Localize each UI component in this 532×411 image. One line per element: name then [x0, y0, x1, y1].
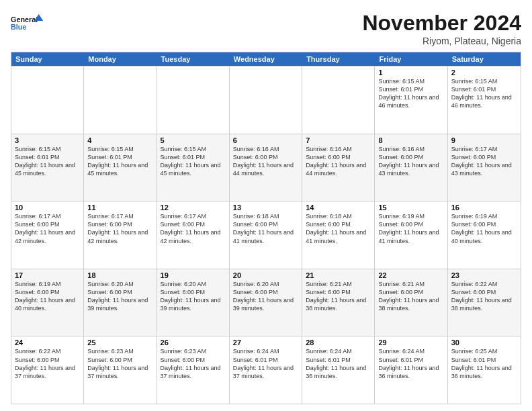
cell-text: Sunrise: 6:15 AM Sunset: 6:01 PM Dayligh…: [451, 77, 517, 110]
day-number: 20: [233, 271, 298, 279]
cell-text: Sunrise: 6:17 AM Sunset: 6:00 PM Dayligh…: [87, 212, 152, 245]
day-number: 11: [87, 203, 152, 212]
cell-text: Sunrise: 6:15 AM Sunset: 6:01 PM Dayligh…: [378, 77, 443, 110]
calendar-cell-r4c6: 30Sunrise: 6:25 AM Sunset: 6:01 PM Dayli…: [448, 336, 521, 404]
calendar-cell-r2c0: 10Sunrise: 6:17 AM Sunset: 6:00 PM Dayli…: [11, 201, 84, 269]
day-number: 4: [87, 136, 152, 144]
location: Riyom, Plateau, Nigeria: [362, 36, 521, 46]
cell-text: Sunrise: 6:17 AM Sunset: 6:00 PM Dayligh…: [161, 212, 226, 245]
calendar-cell-r0c1: [84, 66, 157, 134]
calendar-page: General Blue November 2024 Riyom, Platea…: [0, 0, 532, 411]
day-number: 15: [378, 203, 443, 212]
day-number: 26: [161, 338, 226, 347]
calendar-cell-r3c3: 20Sunrise: 6:20 AM Sunset: 6:00 PM Dayli…: [230, 269, 302, 336]
cell-text: Sunrise: 6:15 AM Sunset: 6:01 PM Dayligh…: [15, 145, 80, 178]
calendar-cell-r3c2: 19Sunrise: 6:20 AM Sunset: 6:00 PM Dayli…: [157, 269, 230, 336]
cell-text: Sunrise: 6:25 AM Sunset: 6:01 PM Dayligh…: [451, 347, 517, 380]
calendar-row-0: 1Sunrise: 6:15 AM Sunset: 6:01 PM Daylig…: [11, 66, 521, 134]
calendar-cell-r0c0: [11, 66, 84, 134]
header-day-saturday: Saturday: [448, 52, 521, 66]
calendar-cell-r0c6: 2Sunrise: 6:15 AM Sunset: 6:01 PM Daylig…: [448, 66, 521, 134]
logo-svg: General Blue: [11, 11, 44, 38]
day-number: 17: [15, 271, 80, 279]
calendar-cell-r2c4: 14Sunrise: 6:18 AM Sunset: 6:00 PM Dayli…: [302, 201, 375, 269]
calendar-cell-r2c3: 13Sunrise: 6:18 AM Sunset: 6:00 PM Dayli…: [230, 201, 302, 269]
calendar-cell-r3c0: 17Sunrise: 6:19 AM Sunset: 6:00 PM Dayli…: [11, 269, 84, 336]
calendar-cell-r3c1: 18Sunrise: 6:20 AM Sunset: 6:00 PM Dayli…: [84, 269, 157, 336]
day-number: 8: [378, 136, 443, 144]
cell-text: Sunrise: 6:23 AM Sunset: 6:00 PM Dayligh…: [161, 347, 226, 380]
cell-text: Sunrise: 6:16 AM Sunset: 6:00 PM Dayligh…: [378, 145, 443, 178]
day-number: 28: [306, 338, 371, 347]
day-number: 23: [451, 271, 517, 279]
calendar-cell-r0c5: 1Sunrise: 6:15 AM Sunset: 6:01 PM Daylig…: [375, 66, 447, 134]
calendar-cell-r1c1: 4Sunrise: 6:15 AM Sunset: 6:01 PM Daylig…: [84, 134, 157, 201]
day-number: 9: [451, 136, 517, 144]
cell-text: Sunrise: 6:24 AM Sunset: 6:01 PM Dayligh…: [233, 347, 298, 380]
day-number: 7: [306, 136, 371, 144]
calendar: SundayMondayTuesdayWednesdayThursdayFrid…: [11, 52, 521, 404]
day-number: 29: [378, 338, 443, 347]
calendar-cell-r0c4: [302, 66, 375, 134]
day-number: 22: [378, 271, 443, 279]
cell-text: Sunrise: 6:16 AM Sunset: 6:00 PM Dayligh…: [306, 145, 371, 178]
cell-text: Sunrise: 6:18 AM Sunset: 6:00 PM Dayligh…: [306, 212, 371, 245]
svg-text:Blue: Blue: [11, 23, 26, 31]
calendar-cell-r1c0: 3Sunrise: 6:15 AM Sunset: 6:01 PM Daylig…: [11, 134, 84, 201]
calendar-cell-r1c6: 9Sunrise: 6:17 AM Sunset: 6:00 PM Daylig…: [448, 134, 521, 201]
cell-text: Sunrise: 6:20 AM Sunset: 6:00 PM Dayligh…: [233, 280, 298, 313]
calendar-row-3: 17Sunrise: 6:19 AM Sunset: 6:00 PM Dayli…: [11, 269, 521, 336]
calendar-cell-r1c4: 7Sunrise: 6:16 AM Sunset: 6:00 PM Daylig…: [302, 134, 375, 201]
day-number: 16: [451, 203, 517, 212]
day-number: 30: [451, 338, 517, 347]
calendar-cell-r4c2: 26Sunrise: 6:23 AM Sunset: 6:00 PM Dayli…: [157, 336, 230, 404]
calendar-header: SundayMondayTuesdayWednesdayThursdayFrid…: [11, 52, 521, 66]
cell-text: Sunrise: 6:24 AM Sunset: 6:01 PM Dayligh…: [306, 347, 371, 380]
day-number: 1: [378, 68, 443, 77]
cell-text: Sunrise: 6:16 AM Sunset: 6:00 PM Dayligh…: [233, 145, 298, 178]
calendar-cell-r3c4: 21Sunrise: 6:21 AM Sunset: 6:00 PM Dayli…: [302, 269, 375, 336]
cell-text: Sunrise: 6:19 AM Sunset: 6:00 PM Dayligh…: [15, 280, 80, 313]
cell-text: Sunrise: 6:20 AM Sunset: 6:00 PM Dayligh…: [161, 280, 226, 313]
cell-text: Sunrise: 6:18 AM Sunset: 6:00 PM Dayligh…: [233, 212, 298, 245]
day-number: 14: [306, 203, 371, 212]
calendar-cell-r2c1: 11Sunrise: 6:17 AM Sunset: 6:00 PM Dayli…: [84, 201, 157, 269]
cell-text: Sunrise: 6:15 AM Sunset: 6:01 PM Dayligh…: [87, 145, 152, 178]
page-header: General Blue November 2024 Riyom, Platea…: [11, 11, 521, 46]
cell-text: Sunrise: 6:20 AM Sunset: 6:00 PM Dayligh…: [87, 280, 152, 313]
cell-text: Sunrise: 6:15 AM Sunset: 6:01 PM Dayligh…: [161, 145, 226, 178]
day-number: 25: [87, 338, 152, 347]
day-number: 18: [87, 271, 152, 279]
calendar-cell-r4c4: 28Sunrise: 6:24 AM Sunset: 6:01 PM Dayli…: [302, 336, 375, 404]
calendar-cell-r2c5: 15Sunrise: 6:19 AM Sunset: 6:00 PM Dayli…: [375, 201, 447, 269]
calendar-cell-r4c3: 27Sunrise: 6:24 AM Sunset: 6:01 PM Dayli…: [230, 336, 302, 404]
day-number: 24: [15, 338, 80, 347]
calendar-row-2: 10Sunrise: 6:17 AM Sunset: 6:00 PM Dayli…: [11, 201, 521, 269]
calendar-cell-r0c3: [230, 66, 302, 134]
day-number: 19: [161, 271, 226, 279]
day-number: 27: [233, 338, 298, 347]
header-day-monday: Monday: [84, 52, 157, 66]
cell-text: Sunrise: 6:23 AM Sunset: 6:00 PM Dayligh…: [87, 347, 152, 380]
calendar-cell-r4c5: 29Sunrise: 6:24 AM Sunset: 6:01 PM Dayli…: [375, 336, 447, 404]
calendar-body: 1Sunrise: 6:15 AM Sunset: 6:01 PM Daylig…: [11, 66, 521, 404]
cell-text: Sunrise: 6:22 AM Sunset: 6:00 PM Dayligh…: [15, 347, 80, 380]
calendar-cell-r1c5: 8Sunrise: 6:16 AM Sunset: 6:00 PM Daylig…: [375, 134, 447, 201]
cell-text: Sunrise: 6:22 AM Sunset: 6:00 PM Dayligh…: [451, 280, 517, 313]
day-number: 10: [15, 203, 80, 212]
calendar-cell-r0c2: [157, 66, 230, 134]
day-number: 5: [161, 136, 226, 144]
header-day-wednesday: Wednesday: [230, 52, 302, 66]
cell-text: Sunrise: 6:21 AM Sunset: 6:00 PM Dayligh…: [306, 280, 371, 313]
calendar-cell-r2c6: 16Sunrise: 6:19 AM Sunset: 6:00 PM Dayli…: [448, 201, 521, 269]
title-block: November 2024 Riyom, Plateau, Nigeria: [362, 11, 521, 46]
svg-text:General: General: [11, 15, 38, 24]
calendar-cell-r1c3: 6Sunrise: 6:16 AM Sunset: 6:00 PM Daylig…: [230, 134, 302, 201]
calendar-cell-r3c6: 23Sunrise: 6:22 AM Sunset: 6:00 PM Dayli…: [448, 269, 521, 336]
calendar-cell-r4c0: 24Sunrise: 6:22 AM Sunset: 6:00 PM Dayli…: [11, 336, 84, 404]
day-number: 21: [306, 271, 371, 279]
cell-text: Sunrise: 6:19 AM Sunset: 6:00 PM Dayligh…: [451, 212, 517, 245]
month-title: November 2024: [362, 11, 521, 36]
header-day-sunday: Sunday: [11, 52, 84, 66]
calendar-cell-r3c5: 22Sunrise: 6:21 AM Sunset: 6:00 PM Dayli…: [375, 269, 447, 336]
